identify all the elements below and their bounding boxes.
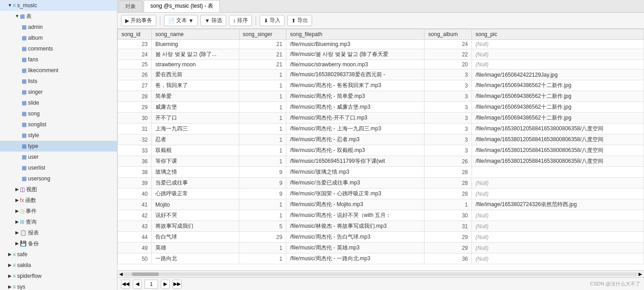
- func-icon: fx: [20, 196, 24, 205]
- table-row[interactable]: 40心跳呼吸正常9/file/music/张国荣 - 心跳呼吸正常.mp328(…: [118, 189, 644, 199]
- table-icon-user: ▦: [22, 152, 27, 161]
- col-song-filepath[interactable]: song_filepath: [286, 29, 425, 40]
- sidebar-db-safe[interactable]: ▶ ≡ safe: [0, 249, 117, 260]
- text-button[interactable]: 📄 文本 ▼: [164, 15, 198, 26]
- import-button[interactable]: ⬇ 导入: [260, 15, 285, 26]
- expand-arrow-s_music: ▼: [7, 1, 13, 10]
- tab-object[interactable]: 对象: [118, 0, 143, 12]
- col-song-id[interactable]: song_id: [118, 29, 152, 40]
- sidebar: ▼ ≡ s_music ▼ ▦ 表 ▦ admin ▦ album ▦ comm…: [0, 0, 117, 290]
- sidebar-section-functions[interactable]: ▶ fx 函数: [0, 195, 117, 206]
- tab-song-table[interactable]: song @s_music (test) - 表: [144, 0, 220, 12]
- sidebar-item-songlist[interactable]: ▦ songlist: [0, 119, 117, 130]
- sidebar-section-backup[interactable]: ▶ 💾 备份: [0, 238, 117, 249]
- sidebar-views-label: 视图: [26, 185, 37, 194]
- table-row[interactable]: 32忍者1/file/music/周杰伦 - 忍者.mp33/file/imag…: [118, 134, 644, 145]
- expand-arrow-views: ▶: [14, 185, 20, 194]
- table-container: song_id song_name song_singer song_filep…: [117, 29, 644, 270]
- tab-song-table-label: song @s_music (test) - 表: [150, 3, 213, 9]
- table-row[interactable]: 25strawberry moon21/file/music/strawberr…: [118, 60, 644, 69]
- begin-transaction-button[interactable]: ▶ 开始事务: [121, 15, 156, 26]
- expand-arrow-sakila: ▶: [7, 261, 13, 270]
- table-row[interactable]: 24봄 사랑 벚꽃 말고 (除了...21/file/music/봄 사랑 벚꽃…: [118, 49, 644, 60]
- first-page-button[interactable]: ◀◀: [121, 280, 130, 289]
- table-row[interactable]: 27爸，我回来了1/file/music/周杰伦 - 爸爸我回来了.mp33/f…: [118, 80, 644, 91]
- sidebar-item-lists-label: lists: [28, 77, 37, 86]
- toolbar-divider-2: [256, 16, 256, 25]
- sidebar-db-sakila-label: sakila: [17, 261, 31, 270]
- col-song-name[interactable]: song_name: [152, 29, 239, 40]
- sidebar-section-reports[interactable]: ▶ 📋 报表: [0, 227, 117, 238]
- sidebar-section-queries[interactable]: ▶ ⊞ 查询: [0, 216, 117, 227]
- sidebar-item-song[interactable]: ▦ song: [0, 108, 117, 119]
- table-row[interactable]: 42说好不哭1/file/music/周杰伦 - 说好不哭（with 五月：30…: [118, 210, 644, 221]
- tab-object-label: 对象: [125, 3, 136, 9]
- sidebar-item-type[interactable]: ▦ type: [0, 141, 117, 152]
- table-row[interactable]: 39当爱已成往事9/file/music/当爱已成往事.mp328(Null): [118, 178, 644, 189]
- table-icon-type: ▦: [22, 142, 27, 151]
- import-label: 导入: [270, 17, 280, 24]
- sidebar-item-comments-label: comments: [28, 44, 53, 53]
- sidebar-section-events[interactable]: ▶ ◷ 事件: [0, 206, 117, 216]
- sidebar-item-singer[interactable]: ▦ singer: [0, 87, 117, 97]
- filter-icon: ▼: [205, 18, 210, 24]
- prev-page-button[interactable]: ◀: [133, 280, 142, 289]
- page-number-input[interactable]: [145, 280, 158, 289]
- sort-icon: ↕: [233, 18, 236, 24]
- scrollbar-track[interactable]: [123, 272, 639, 276]
- table-row[interactable]: 43将故事写成我们5/file/music/林俊杰 - 将故事写成我们.mp33…: [118, 221, 644, 232]
- sidebar-reports-label: 报表: [28, 228, 39, 237]
- expand-arrow-events: ▶: [14, 207, 20, 216]
- table-row[interactable]: 44告白气球29/file/music/周杰伦 - 告白气球.mp329(Nul…: [118, 232, 644, 243]
- table-row[interactable]: 23Blueming21/file/music/Blueming.mp324(N…: [118, 40, 644, 49]
- sidebar-db-sakila[interactable]: ▶ ≡ sakila: [0, 260, 117, 271]
- table-row[interactable]: 26爱在西元前1/file/music/1653802983738爱在西元前 -…: [118, 69, 644, 80]
- table-icon-userlist: ▦: [22, 163, 27, 172]
- sidebar-item-lists[interactable]: ▦ lists: [0, 76, 117, 87]
- table-row[interactable]: 31上海一九四三1/file/music/周杰伦 - 上海一九四三.mp33/f…: [118, 124, 644, 134]
- db-icon-sys: ≡: [13, 282, 16, 290]
- table-row[interactable]: 49英雄1/file/music/周杰伦 - 英雄.mp329(Null): [118, 243, 644, 253]
- scroll-right-btn[interactable]: ▶: [639, 272, 642, 276]
- sidebar-item-usersong[interactable]: ▦ usersong: [0, 173, 117, 184]
- col-song-singer[interactable]: song_singer: [239, 29, 286, 40]
- sidebar-item-slide[interactable]: ▦ slide: [0, 97, 117, 108]
- sort-button[interactable]: ↕ 排序: [229, 15, 252, 26]
- table-row[interactable]: 33双截棍1/file/music/周杰伦 - 双截棍.mp33/file/im…: [118, 145, 644, 156]
- filter-button[interactable]: ▼ 筛选: [201, 15, 226, 26]
- sidebar-section-tables[interactable]: ▼ ▦ 表: [0, 11, 117, 22]
- table-icon-admin: ▦: [22, 23, 27, 32]
- table-row[interactable]: 36等你下课1/file/music/1650694511799等你下课(wit…: [118, 156, 644, 167]
- next-page-button[interactable]: ▶: [161, 280, 170, 289]
- table-row[interactable]: 41Mojito1/file/music/周杰伦 - Mojito.mp31/f…: [118, 199, 644, 210]
- export-label: 导出: [297, 17, 308, 24]
- sidebar-item-album[interactable]: ▦ album: [0, 32, 117, 43]
- sidebar-item-songlist-label: songlist: [28, 120, 47, 129]
- table-row[interactable]: 50一路向北1/file/music/周杰伦 - 一路向北.mp336(Null…: [118, 253, 644, 264]
- table-row[interactable]: 38玻璃之情9/file/music/玻璃之情.mp328: [118, 167, 644, 178]
- export-button[interactable]: ⬆ 导出: [287, 15, 312, 26]
- last-page-button[interactable]: ▶▶: [173, 280, 182, 289]
- horizontal-scrollbar[interactable]: ◀ ▶: [117, 270, 644, 277]
- sidebar-db-sys[interactable]: ▶ ≡ sys: [0, 281, 117, 290]
- sidebar-item-style[interactable]: ▦ style: [0, 130, 117, 141]
- db-icon-spiderflow: ≡: [13, 272, 16, 281]
- sidebar-section-views[interactable]: ▶ ◫ 视图: [0, 184, 117, 195]
- table-row[interactable]: 28简单爱1/file/music/周杰伦 - 简单爱.mp33/file/im…: [118, 91, 644, 102]
- col-song-pic[interactable]: song_pic: [471, 29, 644, 40]
- sidebar-item-user[interactable]: ▦ user: [0, 152, 117, 162]
- sidebar-item-usersong-label: usersong: [28, 174, 50, 183]
- sidebar-db-spiderflow[interactable]: ▶ ≡ spiderflow: [0, 271, 117, 281]
- table-row[interactable]: 30开不了口1/file/music/周杰伦-开不了口.mp33/file/im…: [118, 113, 644, 124]
- table-row[interactable]: 29威廉古堡1/file/music/周杰伦 - 威廉古堡.mp33/file/…: [118, 102, 644, 113]
- backup-icon: 💾: [20, 239, 27, 248]
- sidebar-item-admin[interactable]: ▦ admin: [0, 22, 117, 32]
- sidebar-item-comments[interactable]: ▦ comments: [0, 43, 117, 54]
- sidebar-item-userlist[interactable]: ▦ userlist: [0, 162, 117, 173]
- sidebar-item-fans[interactable]: ▦ fans: [0, 54, 117, 65]
- sidebar-db-s_music[interactable]: ▼ ≡ s_music: [0, 0, 117, 11]
- col-song-album[interactable]: song_album: [425, 29, 472, 40]
- scrollbar-thumb[interactable]: [132, 272, 159, 276]
- scroll-left-btn[interactable]: ◀: [119, 272, 123, 276]
- sidebar-item-likecomment[interactable]: ▦ likecomment: [0, 65, 117, 76]
